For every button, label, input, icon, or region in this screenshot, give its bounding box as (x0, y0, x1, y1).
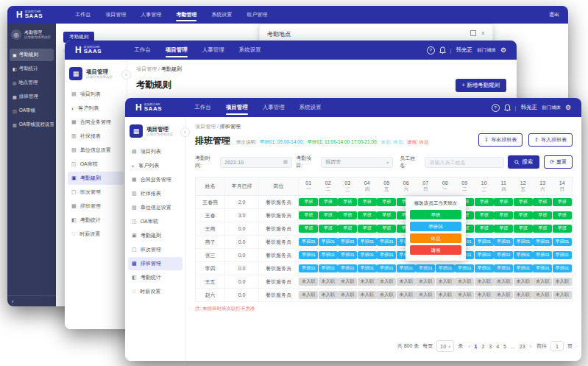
shift-badge[interactable]: 未入职 (416, 278, 435, 286)
shift-badge[interactable]: 早班 (494, 225, 513, 233)
sidebar-item-6[interactable]: ▣考勤规则 (68, 172, 124, 185)
fullscreen-icon[interactable] (470, 30, 476, 36)
shift-badge[interactable]: 早班 (377, 198, 396, 206)
shift-badge[interactable]: 未入职 (338, 291, 357, 299)
shift-badge[interactable]: 早班01 (533, 238, 552, 246)
sidebar-item-1[interactable]: ◐客户列表 (128, 159, 183, 172)
sidebar-collapse-button[interactable]: ‹ (121, 70, 131, 80)
shift-badge[interactable]: 早班01 (319, 264, 338, 272)
shift-badge[interactable]: 早班 (377, 211, 396, 219)
nav-item-0[interactable]: 工作台 (127, 41, 158, 60)
shift-badge[interactable]: 早班01 (533, 251, 552, 259)
shift-badge[interactable]: 早班 (358, 211, 377, 219)
sidebar-item-7[interactable]: ▢班次管理 (128, 243, 183, 256)
bell-icon[interactable] (504, 104, 511, 111)
sidebar-item-6[interactable]: ▣考勤规则 (128, 229, 183, 242)
shift-badge[interactable]: 早班 (299, 211, 318, 219)
sidebar-item-8[interactable]: ▩排班管理 (68, 200, 124, 213)
sidebar-item-0[interactable]: ▤项目列表 (128, 145, 183, 158)
page-number-2[interactable]: 2 (480, 344, 486, 349)
shift-badge[interactable]: 早班01 (319, 238, 338, 246)
shift-badge[interactable]: 未入职 (533, 291, 552, 299)
shift-badge[interactable]: 早班01 (319, 251, 338, 259)
shift-badge[interactable]: 早班 (475, 211, 494, 219)
shift-badge[interactable]: 早班01 (553, 264, 572, 272)
shift-badge[interactable]: 早班 (319, 225, 338, 233)
nav-item-4[interactable]: 系统设置 (204, 6, 239, 24)
shift-badge[interactable]: 早班01 (338, 264, 357, 272)
shift-badge[interactable]: 早班01 (299, 264, 318, 272)
shift-badge[interactable]: 早班 (338, 198, 357, 206)
shift-badge[interactable]: 未入职 (397, 278, 416, 286)
nav-item-2[interactable]: 人事管理 (195, 41, 232, 60)
shift-badge[interactable]: 早班01 (416, 264, 435, 272)
shift-badge[interactable]: 早班 (377, 225, 396, 233)
shift-badge[interactable]: 未入职 (553, 291, 572, 299)
nav-item-3[interactable]: 系统设置 (292, 98, 329, 117)
sidebar-item-4[interactable]: ▧单位信息设置 (128, 201, 183, 214)
shift-badge[interactable]: 未入职 (397, 291, 416, 299)
shift-badge[interactable]: 早班 (338, 211, 357, 219)
sidebar-item-1[interactable]: ◐客户列表 (68, 102, 124, 115)
shift-badge[interactable]: 早班 (553, 211, 572, 219)
shift-badge[interactable]: 未入职 (475, 278, 494, 286)
export-schedule-button[interactable]: ↧ 导出排班表 (478, 133, 523, 147)
search-button[interactable]: 搜索 (508, 155, 539, 169)
sidebar-item-5[interactable]: ▥OA审核流程设置 (10, 119, 54, 131)
nav-item-5[interactable]: 租户管理 (239, 6, 274, 24)
shift-badge[interactable]: 早班 (358, 198, 377, 206)
shift-badge[interactable]: 未入职 (299, 278, 318, 286)
shift-badge[interactable]: 未入职 (514, 278, 533, 286)
nav-item-1[interactable]: 项目管理 (158, 41, 195, 60)
sidebar-item-7[interactable]: ▢班次管理 (68, 186, 124, 199)
sidebar-item-0[interactable]: ▤项目列表 (68, 88, 124, 101)
shift-badge[interactable]: 早班01 (358, 251, 377, 259)
shift-badge[interactable]: 早班01 (358, 264, 377, 272)
breadcrumb-parent[interactable]: 项目管理 (195, 124, 216, 129)
shift-badge[interactable]: 早班01 (553, 251, 572, 259)
nav-item-2[interactable]: 人事管理 (133, 6, 169, 24)
page-number-1[interactable]: 1 (472, 344, 478, 349)
shift-badge[interactable]: 未入职 (553, 278, 572, 286)
shift-badge[interactable]: 早班01 (338, 238, 357, 246)
sidebar-item-0[interactable]: ▣考勤规则 (10, 49, 54, 61)
sidebar-item-1[interactable]: ◧考勤统计 (10, 63, 54, 75)
shift-badge[interactable]: 未入职 (299, 291, 318, 299)
page-number-5[interactable]: 5 (502, 344, 508, 349)
sidebar-item-4[interactable]: ◫OA审核 (10, 105, 54, 117)
shift-badge[interactable]: 早班 (338, 225, 357, 233)
shift-badge[interactable]: 未入职 (494, 291, 513, 299)
shift-badge[interactable]: 早班01 (533, 264, 552, 272)
next-page-button[interactable]: › (528, 344, 533, 349)
shift-badge[interactable]: 未入职 (455, 278, 474, 286)
shift-option-orange[interactable]: 休息 (410, 233, 461, 243)
shift-badge[interactable]: 未入职 (533, 278, 552, 286)
sidebar-item-5[interactable]: ◫OA审核 (68, 158, 124, 171)
sidebar-item-10[interactable]: ♡时薪设置 (128, 285, 183, 298)
shift-badge[interactable]: 早班01 (514, 238, 533, 246)
user-name[interactable]: 韩光正 (456, 46, 472, 54)
nav-item-1[interactable]: 项目管理 (219, 98, 255, 117)
sidebar-item-9[interactable]: ◧考勤统计 (68, 214, 124, 227)
nav-item-1[interactable]: 项目管理 (98, 6, 133, 24)
gear-icon[interactable]: ⚙ (500, 47, 506, 54)
shift-badge[interactable]: 早班01 (358, 238, 377, 246)
import-schedule-button[interactable]: ↥ 导入排班表 (528, 133, 573, 147)
per-page-select[interactable]: 10 ▾ (436, 340, 454, 352)
add-attendance-rule-button[interactable]: + 新增考勤规则 (456, 79, 506, 92)
shift-badge[interactable]: 早班01 (494, 238, 513, 246)
shift-badge[interactable]: 早班01 (514, 251, 533, 259)
sidebar-collapse-button[interactable]: ‹ (180, 127, 190, 137)
shift-badge[interactable]: 早班 (533, 225, 552, 233)
goto-page-input[interactable] (550, 341, 564, 351)
nav-item-0[interactable]: 工作台 (187, 98, 219, 117)
reset-button[interactable]: ⟳ 重置 (544, 155, 573, 169)
shift-badge[interactable]: 未入职 (494, 278, 513, 286)
shift-badge[interactable]: 早班01 (553, 238, 572, 246)
shift-badge[interactable]: 未入职 (514, 291, 533, 299)
user-name[interactable]: 韩光正 (520, 104, 537, 111)
shift-badge[interactable]: 未入职 (377, 291, 396, 299)
shift-badge[interactable]: 早班01 (299, 238, 318, 246)
shift-option-red[interactable]: 请假 (410, 245, 461, 255)
shift-badge[interactable]: 早班01 (338, 251, 357, 259)
